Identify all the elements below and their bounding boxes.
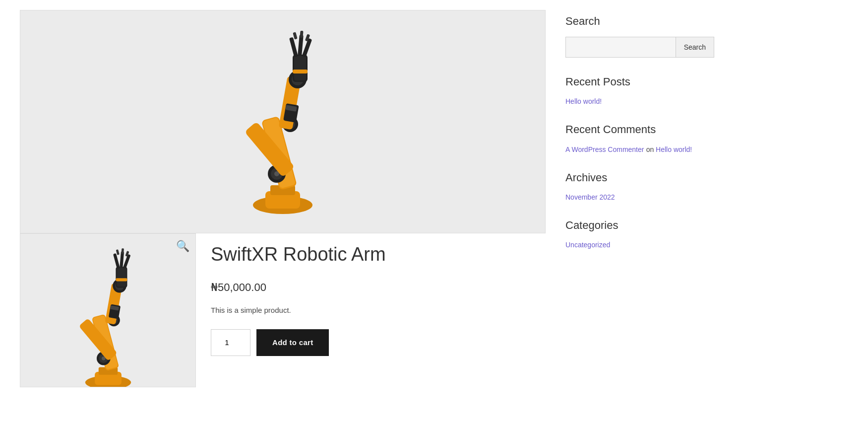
comment-post-link-0[interactable]: Hello world! [656, 145, 692, 153]
svg-rect-19 [289, 37, 298, 58]
quantity-input[interactable] [211, 329, 250, 356]
recent-post-link-0[interactable]: Hello world! [565, 97, 714, 105]
add-to-cart-button[interactable]: Add to cart [256, 329, 329, 356]
cart-row: Add to cart [211, 329, 546, 356]
archives-section: Archives November 2022 [565, 171, 714, 201]
thumbnail-robot-svg [59, 244, 158, 387]
recent-posts-section: Recent Posts Hello world! [565, 75, 714, 105]
categories-section: Categories Uncategorized [565, 219, 714, 249]
svg-rect-44 [113, 253, 120, 269]
archive-link-0[interactable]: November 2022 [565, 193, 714, 201]
svg-rect-48 [121, 248, 124, 254]
product-description: This is a simple product. [211, 306, 546, 314]
product-details: SwiftXR Robotic Arm ₦50,000.00 This is a… [211, 233, 546, 387]
svg-rect-42 [117, 268, 125, 287]
svg-rect-47 [116, 249, 119, 255]
archives-heading: Archives [565, 171, 714, 184]
page-wrapper: 🔍 [0, 0, 868, 397]
svg-rect-23 [300, 31, 303, 38]
product-thumbnail: 🔍 [20, 233, 196, 387]
svg-rect-17 [294, 56, 306, 80]
recent-comments-heading: Recent Comments [565, 123, 714, 136]
svg-rect-45 [120, 251, 124, 268]
hero-image-container [20, 10, 546, 233]
search-heading: Search [565, 15, 714, 28]
svg-rect-18 [293, 70, 308, 73]
comment-on-label-0: on [646, 145, 656, 153]
svg-rect-22 [293, 32, 297, 39]
product-title: SwiftXR Robotic Arm [211, 243, 546, 266]
comment-author-link-0[interactable]: A WordPress Commenter [565, 145, 644, 153]
zoom-icon[interactable]: 🔍 [176, 240, 189, 253]
product-price: ₦50,000.00 [211, 281, 546, 294]
product-section: 🔍 [20, 233, 546, 387]
recent-posts-heading: Recent Posts [565, 75, 714, 88]
search-row: Search [565, 37, 714, 58]
main-content: 🔍 [20, 10, 546, 387]
svg-rect-20 [298, 35, 304, 56]
recent-comments-section: Recent Comments A WordPress Commenter on… [565, 123, 714, 153]
svg-rect-43 [116, 278, 127, 281]
search-button[interactable]: Search [676, 37, 714, 58]
hero-robot-svg [218, 27, 347, 216]
category-link-0[interactable]: Uncategorized [565, 241, 714, 249]
categories-heading: Categories [565, 219, 714, 232]
sidebar: Search Search Recent Posts Hello world! … [565, 10, 714, 387]
recent-comment-item-0: A WordPress Commenter on Hello world! [565, 145, 714, 153]
sidebar-search-section: Search Search [565, 15, 714, 58]
search-input[interactable] [565, 37, 676, 58]
